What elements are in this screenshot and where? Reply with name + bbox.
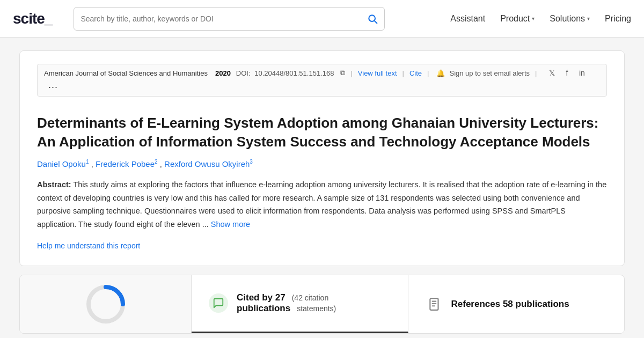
cited-section[interactable]: Cited by 27 (42 citation publications st… <box>192 275 408 333</box>
article-abstract: Abstract: This study aims at exploring t… <box>37 178 607 231</box>
article-authors: Daniel Opoku1 , Frederick Pobee2 , Rexfo… <box>37 159 607 168</box>
cited-text: Cited by 27 (42 citation publications st… <box>237 292 336 314</box>
search-bar <box>74 7 385 31</box>
loading-spinner <box>84 283 127 326</box>
nav-assistant[interactable]: Assistant <box>450 14 485 24</box>
abstract-label: Abstract: <box>37 180 71 189</box>
nav-solutions[interactable]: Solutions ▾ <box>550 14 590 24</box>
article-title: Determinants of E-Learning System Adopti… <box>37 114 607 151</box>
article-card: American Journal of Social Sciences and … <box>19 50 625 266</box>
cite-button[interactable]: Cite <box>409 69 422 77</box>
copy-doi-icon[interactable]: ⧉ <box>340 69 345 77</box>
search-button[interactable] <box>367 13 378 24</box>
references-label: References 58 publications <box>451 299 569 310</box>
cited-statements2: statements) <box>297 304 336 313</box>
journal-name: American Journal of Social Sciences and … <box>44 69 208 77</box>
social-icons: 𝕏 f in <box>546 68 587 78</box>
bell-icon[interactable]: 🔔 <box>436 69 445 77</box>
abstract-text: This study aims at exploring the factors… <box>37 180 606 229</box>
cited-publications-label: publications <box>237 303 290 314</box>
solutions-chevron-icon: ▾ <box>587 16 590 21</box>
author-3[interactable]: Rexford Owusu Okyireh3 <box>164 159 253 168</box>
author-1[interactable]: Daniel Opoku1 <box>37 159 91 168</box>
view-full-text-link[interactable]: View full text <box>358 69 397 77</box>
search-icon <box>367 13 378 24</box>
facebook-icon[interactable]: f <box>561 68 572 78</box>
article-meta-bar: American Journal of Social Sciences and … <box>37 64 607 105</box>
article-year: 2020 <box>215 69 231 77</box>
navbar: scite_ Assistant Product ▾ Solutions ▾ P… <box>0 0 644 38</box>
nav-pricing[interactable]: Pricing <box>605 14 631 24</box>
nav-product[interactable]: Product ▾ <box>500 14 535 24</box>
cited-count: Cited by 27 <box>237 292 286 303</box>
help-link[interactable]: Help me understand this report <box>37 241 140 250</box>
show-more-link[interactable]: Show more <box>211 220 250 229</box>
article-doi: DOI: 10.20448/801.51.151.168 <box>236 69 334 77</box>
bottom-stats: Cited by 27 (42 citation publications st… <box>19 275 625 334</box>
main-container: American Journal of Social Sciences and … <box>11 50 633 334</box>
alert-label: Sign up to set email alerts <box>449 69 530 77</box>
svg-line-1 <box>375 20 377 23</box>
twitter-icon[interactable]: 𝕏 <box>546 68 557 78</box>
product-chevron-icon: ▾ <box>532 16 535 21</box>
logo[interactable]: scite_ <box>13 10 52 27</box>
cited-statements: (42 citation <box>292 293 328 302</box>
more-options-icon[interactable]: ··· <box>48 82 58 93</box>
chat-icon <box>213 297 224 309</box>
references-section[interactable]: References 58 publications <box>408 275 625 333</box>
author-2[interactable]: Frederick Pobee2 <box>96 159 160 168</box>
linkedin-icon[interactable]: in <box>576 68 587 78</box>
document-icon <box>426 295 444 313</box>
loading-area <box>20 275 192 333</box>
citation-icon <box>209 293 228 313</box>
search-input[interactable] <box>80 14 367 23</box>
nav-links: Assistant Product ▾ Solutions ▾ Pricing <box>450 14 631 24</box>
article-meta: American Journal of Social Sciences and … <box>37 64 607 97</box>
